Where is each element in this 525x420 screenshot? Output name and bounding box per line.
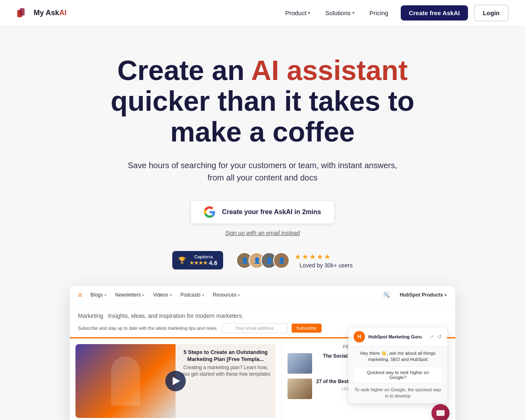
email-signup-link[interactable]: Sign up with an email instead bbox=[225, 230, 300, 236]
demo-chat-fab[interactable] bbox=[431, 404, 450, 420]
demo-search-icon: 🔍 bbox=[382, 290, 392, 300]
demo-chat-actions: ↗ ↺ bbox=[429, 333, 442, 340]
demo-nav-newsletters: Newsletters ∨ bbox=[115, 292, 145, 298]
solutions-nav-item[interactable]: Solutions ▾ bbox=[320, 6, 361, 20]
brand-logo[interactable]: My AskAI bbox=[16, 7, 66, 20]
hero-headline: Create an AI assistant quicker than it t… bbox=[78, 55, 447, 147]
demo-hero-title: Marketing Insights, ideas, and inspirati… bbox=[78, 313, 447, 319]
hero-section: Create an AI assistant quicker than it t… bbox=[0, 26, 525, 420]
demo-feat-img-1 bbox=[288, 353, 312, 374]
star-1: ★ bbox=[294, 252, 301, 261]
demo-nav-resources: Resources ∨ bbox=[213, 292, 240, 298]
demo-navbar: ≡ Blogs ∨ Newsletters ∨ Videos ∨ Podcast… bbox=[70, 286, 455, 304]
pricing-nav-item[interactable]: Pricing bbox=[364, 6, 394, 20]
capterra-badge: 🏆 Capterra ★★★★ 4.6 bbox=[172, 251, 223, 269]
star-2: ★ bbox=[302, 252, 308, 261]
demo-feat-img-2 bbox=[288, 379, 312, 399]
capterra-logo-icon: 🏆 bbox=[178, 256, 186, 264]
demo-main-article: 5 Steps to Create an Outstanding Marketi… bbox=[70, 338, 282, 420]
user-count-area: 👤 👤 👤 👤 ★ ★ ★ ★ ★ Loved by 30k+ users bbox=[236, 252, 353, 269]
cta-area: Create your free AskAI in 2mins Sign up … bbox=[16, 200, 509, 251]
avatar-4: 👤 bbox=[273, 252, 290, 269]
chat-share-icon[interactable]: ↗ bbox=[429, 333, 434, 340]
demo-play-button[interactable] bbox=[165, 371, 186, 391]
loved-text: Loved by 30k+ users bbox=[299, 262, 353, 269]
logo-icon bbox=[16, 7, 30, 20]
capterra-stars: ★★★★ bbox=[189, 260, 208, 266]
demo-screenshot: ≡ Blogs ∨ Newsletters ∨ Videos ∨ Podcast… bbox=[70, 286, 455, 420]
chat-fab-icon bbox=[436, 410, 445, 416]
brand-name: My AskAI bbox=[34, 9, 66, 17]
star-5: ★ bbox=[324, 252, 331, 261]
demo-article-text: 5 Steps to Create an Outstanding Marketi… bbox=[176, 344, 276, 418]
demo-article-card: 5 Steps to Create an Outstanding Marketi… bbox=[75, 344, 276, 418]
demo-subscribe-button: Subscribe bbox=[292, 324, 322, 333]
demo-nav-podcasts: Podcasts ∨ bbox=[180, 292, 205, 298]
demo-nav-hubspot-products: HubSpot Products ∨ bbox=[400, 292, 447, 298]
solutions-chevron-icon: ▾ bbox=[352, 10, 355, 16]
social-proof-row: 🏆 Capterra ★★★★ 4.6 👤 👤 👤 👤 ★ ★ bbox=[16, 251, 509, 269]
demo-nav-videos: Videos ∨ bbox=[153, 292, 172, 298]
demo-chat-answer: To rank higher on Google, the quickest w… bbox=[354, 387, 442, 399]
capterra-info: Capterra ★★★★ 4.6 bbox=[189, 254, 217, 266]
play-triangle-icon bbox=[173, 377, 180, 385]
product-chevron-icon: ▾ bbox=[308, 10, 310, 16]
demo-content: ≡ Blogs ∨ Newsletters ∨ Videos ∨ Podcast… bbox=[70, 286, 455, 420]
google-signup-button[interactable]: Create your free AskAI in 2mins bbox=[190, 200, 334, 224]
loved-by-area: ★ ★ ★ ★ ★ Loved by 30k+ users bbox=[294, 252, 353, 269]
svg-rect-1 bbox=[20, 8, 25, 16]
demo-articles-area: 5 Steps to Create an Outstanding Marketi… bbox=[70, 338, 455, 420]
star-rating: ★ ★ ★ ★ ★ bbox=[294, 252, 353, 261]
demo-nav-blogs: Blogs ∨ bbox=[91, 292, 107, 298]
demo-chat-header: H HubSpot Marketing Guru ↗ ↺ bbox=[349, 328, 447, 346]
demo-email-input: Your email address bbox=[222, 323, 288, 333]
star-3: ★ bbox=[309, 252, 316, 261]
chat-refresh-icon[interactable]: ↺ bbox=[437, 333, 442, 340]
demo-chat-question-card: Quickest way to rank higher on Google? bbox=[354, 366, 442, 383]
demo-chat-body: Hey there 👋, ask me about all things mar… bbox=[349, 346, 447, 404]
login-button[interactable]: Login bbox=[474, 5, 509, 21]
star-4: ★ bbox=[317, 252, 323, 261]
demo-chat-overlay: H HubSpot Marketing Guru ↗ ↺ Hey there 👋… bbox=[349, 328, 447, 404]
demo-right-panel: Featured Articles The Social Media Conte… bbox=[282, 338, 455, 420]
google-icon bbox=[204, 206, 215, 218]
nav-links: Product ▾ Solutions ▾ Pricing Create fre… bbox=[279, 5, 509, 21]
create-askai-button[interactable]: Create free AskAI bbox=[401, 5, 468, 21]
navbar: My AskAI Product ▾ Solutions ▾ Pricing C… bbox=[0, 0, 525, 26]
demo-article-image bbox=[75, 344, 176, 418]
product-nav-item[interactable]: Product ▾ bbox=[279, 6, 316, 20]
demo-chat-avatar: H bbox=[354, 331, 365, 342]
demo-hubspot-logo: ≡ bbox=[78, 291, 82, 299]
user-avatars: 👤 👤 👤 👤 bbox=[236, 252, 290, 269]
hero-subheadline: Save hours of searching for your custome… bbox=[123, 159, 402, 184]
